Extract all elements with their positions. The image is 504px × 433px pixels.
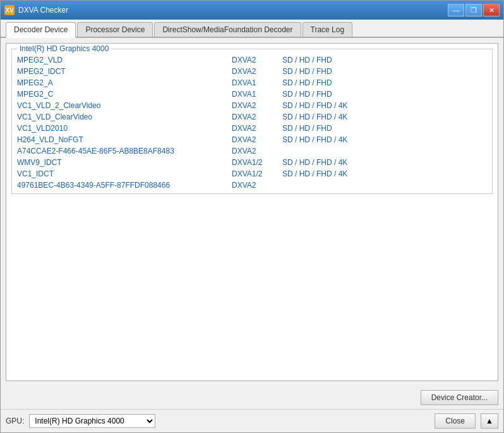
table-row[interactable]: VC1_VLD_2_ClearVideoDXVA2SD / HD / FHD /… [15, 100, 489, 111]
decoder-version: DXVA2 [232, 67, 282, 76]
table-row[interactable]: MPEG2_VLDDXVA2SD / HD / FHD [15, 54, 489, 66]
decoder-name: MPEG2_IDCT [17, 67, 232, 76]
decoder-version: DXVA2 [232, 181, 282, 190]
decoder-modes: SD / HD / FHD / 4K [282, 101, 347, 110]
decoder-name: MPEG2_A [17, 78, 232, 87]
tab-bar: Decoder Device Processor Device DirectSh… [1, 20, 503, 38]
main-window: XV DXVA Checker — ❐ ✕ Decoder Device Pro… [0, 0, 504, 433]
decoder-modes: SD / HD / FHD / 4K [282, 113, 347, 121]
table-row[interactable]: MPEG2_CDXVA1SD / HD / FHD [15, 88, 489, 100]
bottom-bar: Device Creator... [1, 386, 503, 409]
table-row[interactable]: VC1_VLD_ClearVideoDXVA2SD / HD / FHD / 4… [15, 111, 489, 123]
footer-bar: GPU: Intel(R) HD Graphics 4000 Close ▲ [1, 409, 503, 432]
gpu-label: GPU: [6, 417, 24, 425]
decoder-name: VC1_VLD2010 [17, 124, 232, 133]
decoder-modes: SD / HD / FHD [282, 78, 332, 87]
decoder-modes: SD / HD / FHD [282, 56, 332, 64]
decoder-name: A74CCAE2-F466-45AE-86F5-AB8BE8AF8483 [17, 147, 232, 156]
decoder-name: VC1_VLD_2_ClearVideo [17, 101, 232, 110]
decoder-name: H264_VLD_NoFGT [17, 135, 232, 144]
decoder-modes: SD / HD / FHD [282, 124, 332, 133]
table-row[interactable]: MPEG2_IDCTDXVA2SD / HD / FHD [15, 66, 489, 77]
table-row[interactable]: WMV9_IDCTDXVA1/2SD / HD / FHD / 4K [15, 157, 489, 168]
decoder-name: VC1_IDCT [17, 169, 232, 178]
device-creator-button[interactable]: Device Creator... [421, 390, 498, 405]
table-row[interactable]: VC1_VLD2010DXVA2SD / HD / FHD [15, 123, 489, 134]
table-row[interactable]: MPEG2_ADXVA1SD / HD / FHD [15, 77, 489, 88]
decoder-modes: SD / HD / FHD / 4K [282, 158, 347, 167]
tab-decoder-device[interactable]: Decoder Device [6, 22, 76, 38]
restore-button[interactable]: ❐ [465, 4, 482, 16]
table-row[interactable]: A74CCAE2-F466-45AE-86F5-AB8BE8AF8483DXVA… [15, 145, 489, 157]
gpu-select[interactable]: Intel(R) HD Graphics 4000 [29, 414, 155, 428]
close-window-button[interactable]: ✕ [483, 4, 500, 16]
app-icon: XV [4, 5, 15, 15]
decoder-name: WMV9_IDCT [17, 158, 232, 167]
decoder-version: DXVA1 [232, 90, 282, 99]
decoder-version: DXVA2 [232, 56, 282, 64]
decoder-name: VC1_VLD_ClearVideo [17, 113, 232, 121]
table-row[interactable]: VC1_IDCTDXVA1/2SD / HD / FHD / 4K [15, 168, 489, 180]
decoder-list-panel[interactable]: Intel(R) HD Graphics 4000 MPEG2_VLDDXVA2… [6, 43, 498, 381]
decoder-modes: SD / HD / FHD [282, 67, 332, 76]
decoder-version: DXVA1 [232, 78, 282, 87]
decoder-modes: SD / HD / FHD [282, 90, 332, 99]
decoder-name: MPEG2_C [17, 90, 232, 99]
decoder-version: DXVA2 [232, 113, 282, 121]
decoder-modes: SD / HD / FHD / 4K [282, 169, 347, 178]
decoder-version: DXVA2 [232, 124, 282, 133]
up-button[interactable]: ▲ [481, 413, 498, 429]
decoder-version: DXVA2 [232, 135, 282, 144]
decoder-name: MPEG2_VLD [17, 56, 232, 64]
group-title: Intel(R) HD Graphics 4000 [17, 44, 111, 53]
decoder-modes: SD / HD / FHD / 4K [282, 135, 347, 144]
decoder-rows: MPEG2_VLDDXVA2SD / HD / FHDMPEG2_IDCTDXV… [15, 54, 489, 191]
table-row[interactable]: H264_VLD_NoFGTDXVA2SD / HD / FHD / 4K [15, 134, 489, 145]
title-bar: XV DXVA Checker — ❐ ✕ [1, 1, 503, 20]
decoder-group: Intel(R) HD Graphics 4000 MPEG2_VLDDXVA2… [11, 49, 493, 194]
window-controls: — ❐ ✕ [448, 4, 500, 16]
decoder-name: 49761BEC-4B63-4349-A5FF-87FFDF088466 [17, 181, 232, 190]
table-row[interactable]: 49761BEC-4B63-4349-A5FF-87FFDF088466DXVA… [15, 180, 489, 191]
tab-processor-device[interactable]: Processor Device [77, 22, 153, 37]
tab-trace-log[interactable]: Trace Log [303, 22, 353, 37]
window-title: DXVA Checker [18, 6, 68, 15]
decoder-version: DXVA2 [232, 101, 282, 110]
title-bar-left: XV DXVA Checker [4, 5, 68, 15]
decoder-version: DXVA2 [232, 147, 282, 156]
minimize-button[interactable]: — [448, 4, 464, 16]
main-content: Intel(R) HD Graphics 4000 MPEG2_VLDDXVA2… [1, 38, 503, 386]
tab-directshow[interactable]: DirectShow/MediaFoundation Decoder [154, 22, 301, 37]
decoder-version: DXVA1/2 [232, 169, 282, 178]
close-button[interactable]: Close [435, 413, 476, 429]
decoder-version: DXVA1/2 [232, 158, 282, 167]
